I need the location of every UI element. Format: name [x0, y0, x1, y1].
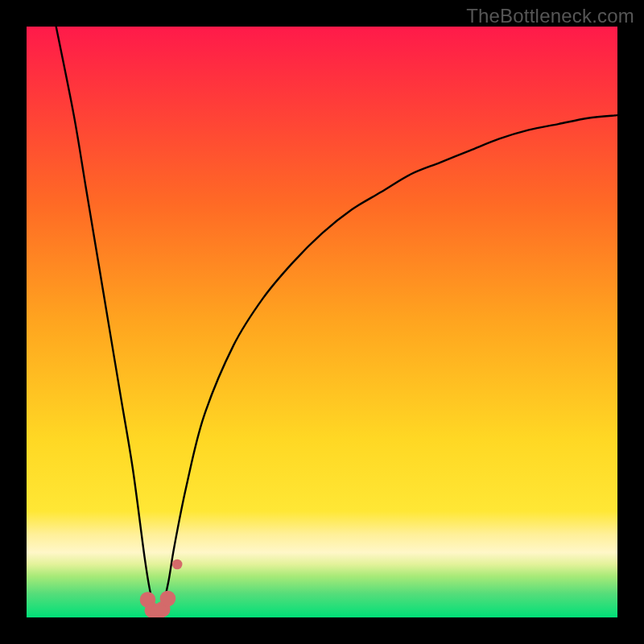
- plot-svg: [27, 27, 617, 617]
- chart-frame: TheBottleneck.com: [0, 0, 644, 644]
- plot-area: [27, 27, 617, 617]
- marker-right: [172, 559, 183, 570]
- watermark-text: TheBottleneck.com: [466, 5, 634, 27]
- marker-bottom-5: [160, 591, 176, 607]
- gradient-background: [27, 27, 617, 617]
